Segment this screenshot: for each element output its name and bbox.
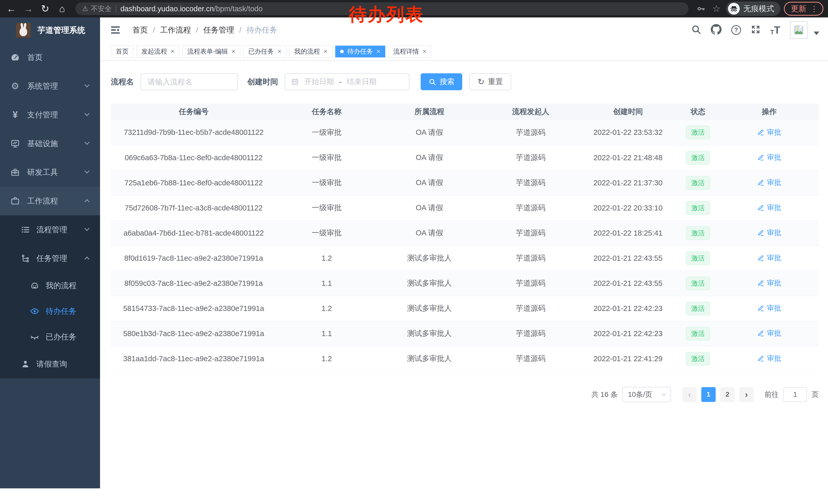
sidebar-item-infrastructure[interactable]: 基础设施	[0, 129, 100, 158]
approve-button[interactable]: 审批	[757, 303, 781, 313]
start-date-placeholder: 开始日期	[304, 77, 334, 87]
help-icon[interactable]	[731, 25, 741, 35]
close-icon[interactable]	[232, 47, 236, 55]
prev-page-button[interactable]	[682, 387, 697, 402]
home-icon[interactable]: ⌂	[55, 2, 69, 15]
process-name-input[interactable]	[140, 73, 238, 90]
app-logo-row[interactable]: 芋道管理系统	[0, 17, 100, 43]
sidebar-item-system[interactable]: ⚙ 系统管理	[0, 72, 100, 100]
approve-button[interactable]: 审批	[757, 354, 781, 363]
avatar[interactable]	[790, 21, 808, 39]
sidebar-item-devtools[interactable]: 研发工具	[0, 158, 100, 187]
total-count: 共 16 条	[591, 390, 618, 400]
collapse-sidebar-icon[interactable]	[110, 25, 122, 35]
breadcrumb-item[interactable]: 任务管理	[203, 25, 241, 35]
dropdown-caret-icon[interactable]	[814, 32, 819, 35]
approve-button[interactable]: 审批	[757, 203, 781, 213]
sidebar-item-home[interactable]: 首页	[0, 43, 100, 72]
browser-menu-icon[interactable]: ⋮	[810, 4, 818, 13]
not-secure-warning[interactable]: ⚠ 不安全	[82, 4, 112, 13]
view-tab[interactable]: 待办任务	[335, 46, 385, 57]
github-icon[interactable]	[711, 24, 721, 36]
cell-create-time: 2022-01-21 22:41:29	[579, 346, 676, 371]
approve-button[interactable]: 审批	[757, 278, 781, 288]
bookmark-star-icon[interactable]: ☆	[710, 3, 722, 15]
browser-update-button[interactable]: 更新 ⋮	[784, 2, 823, 16]
breadcrumb-item[interactable]: 工作流程	[160, 25, 198, 35]
date-range-picker[interactable]: 开始日期 - 结束日期	[285, 73, 409, 90]
close-icon[interactable]	[278, 47, 281, 55]
workflow-submenu: 流程管理 任务管理 我的流程 待办任务 已办任务 请假查询	[0, 215, 100, 378]
next-page-button[interactable]	[739, 387, 754, 402]
sidebar-item-done-tasks[interactable]: 已办任务	[0, 324, 100, 350]
sidebar-item-todo-tasks[interactable]: 待办任务	[0, 299, 100, 324]
sidebar-item-payment[interactable]: ¥ 支付管理	[0, 100, 100, 129]
view-tab[interactable]: 流程表单-编辑	[182, 46, 240, 57]
address-divider	[116, 5, 116, 12]
approve-button[interactable]: 审批	[757, 253, 781, 263]
cell-create-time: 2022-01-22 21:37:30	[579, 170, 676, 195]
view-tab[interactable]: 我的流程	[289, 46, 332, 57]
table-row: a6aba0a4-7b6d-11ec-b781-acde48001122 一级审…	[111, 221, 819, 245]
close-icon[interactable]	[324, 47, 327, 55]
close-icon[interactable]	[422, 47, 426, 55]
cell-process: 测试多审批人	[377, 321, 482, 346]
goto-label: 前往	[764, 390, 779, 400]
fullscreen-icon[interactable]	[751, 25, 760, 35]
status-badge: 激活	[686, 277, 710, 290]
incognito-icon	[728, 3, 740, 15]
table-row: 75d72608-7b7f-11ec-a3c8-acde48001122 一级审…	[111, 195, 819, 221]
breadcrumb-item[interactable]: 首页	[132, 25, 155, 35]
sidebar-item-process-management[interactable]: 流程管理	[0, 215, 100, 244]
status-badge: 激活	[686, 327, 710, 340]
reload-icon[interactable]: ↻	[38, 2, 52, 15]
approve-button[interactable]: 审批	[757, 178, 781, 187]
search-icon[interactable]	[691, 25, 701, 35]
incognito-label: 无痕模式	[743, 4, 774, 14]
create-time-label: 创建时间	[247, 77, 278, 87]
cell-task-name: 1.2	[277, 245, 377, 271]
warning-icon: ⚠	[82, 5, 88, 13]
sidebar-item-leave-query[interactable]: 请假查询	[0, 350, 100, 378]
reset-button[interactable]: ↻ 重置	[469, 73, 511, 90]
sidebar-item-task-management[interactable]: 任务管理	[0, 244, 100, 273]
cell-task-id: 75d72608-7b7f-11ec-a3c8-acde48001122	[111, 195, 277, 221]
key-icon[interactable]	[695, 3, 707, 15]
app-title: 芋道管理系统	[37, 25, 85, 36]
view-tab[interactable]: 流程详情	[388, 46, 431, 57]
approve-button[interactable]: 审批	[757, 328, 781, 338]
cell-task-id: a6aba0a4-7b6d-11ec-b781-acde48001122	[111, 221, 277, 245]
sidebar-item-my-process[interactable]: 我的流程	[0, 273, 100, 299]
view-tab[interactable]: 发起流程	[136, 46, 179, 57]
chevron-down-icon	[84, 111, 89, 116]
table-row: 580e1b3d-7ac8-11ec-a9e2-a2380e71991a 1.1…	[111, 321, 819, 346]
magnifier-icon	[428, 78, 436, 86]
close-icon[interactable]	[171, 47, 174, 55]
sidebar-item-workflow[interactable]: 工作流程	[0, 187, 100, 215]
cell-task-name: 一级审批	[277, 221, 377, 245]
pencil-icon	[757, 330, 764, 337]
page-number-button[interactable]: 1	[701, 387, 716, 402]
close-icon[interactable]	[377, 47, 380, 55]
cell-starter: 芋道源码	[482, 145, 579, 170]
goto-page-input[interactable]	[783, 387, 807, 402]
cell-task-name: 1.2	[277, 296, 377, 321]
page-number-button[interactable]: 2	[720, 387, 735, 402]
view-tab[interactable]: 已办任务	[243, 46, 286, 57]
cell-create-time: 2022-01-21 22:42:23	[579, 321, 676, 346]
approve-button[interactable]: 审批	[757, 127, 781, 137]
cell-task-id: 725a1eb6-7b88-11ec-8ef0-acde48001122	[111, 170, 277, 195]
approve-button[interactable]: 审批	[757, 152, 781, 162]
forward-icon[interactable]: →	[22, 2, 35, 15]
search-button[interactable]: 搜索	[421, 73, 462, 90]
refresh-icon: ↻	[478, 78, 485, 86]
table-row: 58154733-7ac8-11ec-a9e2-a2380e71991a 1.2…	[111, 296, 819, 321]
page-size-select[interactable]: 10条/页	[622, 387, 671, 402]
approve-button[interactable]: 审批	[757, 228, 781, 238]
font-size-icon[interactable]: TT	[770, 25, 780, 36]
back-icon[interactable]: ←	[5, 2, 18, 15]
pagination: 共 16 条 10条/页 1 2 前往 页	[111, 387, 819, 402]
breadcrumb-item[interactable]: 待办任务	[247, 25, 277, 35]
cell-task-id: 580e1b3d-7ac8-11ec-a9e2-a2380e71991a	[111, 321, 277, 346]
view-tab[interactable]: 首页	[111, 46, 133, 57]
